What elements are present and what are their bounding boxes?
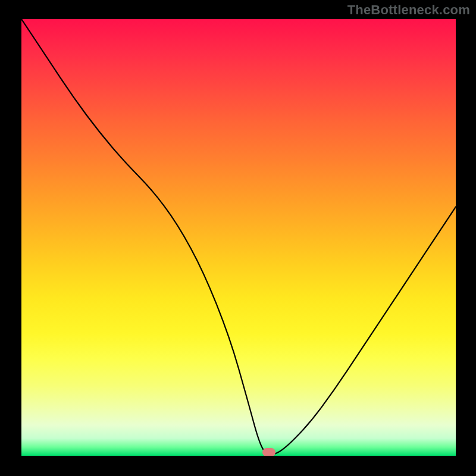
watermark-text: TheBottleneck.com <box>347 2 470 18</box>
plot-area <box>21 19 456 456</box>
optimal-point-marker <box>262 448 275 456</box>
bottleneck-curve <box>21 19 456 456</box>
chart-frame: TheBottleneck.com <box>0 0 476 476</box>
curve-path <box>21 19 456 455</box>
